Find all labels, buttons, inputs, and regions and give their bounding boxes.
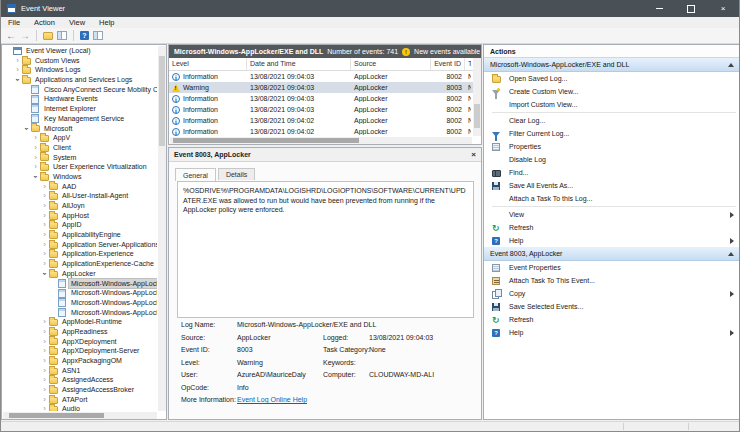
tree-item[interactable]: ›AppModel-Runtime [2,317,157,327]
action-help[interactable]: Help [484,234,740,247]
list-vertical-scrollbar[interactable] [473,58,481,136]
tree-item[interactable]: ›All-User-Install-Agent [2,191,157,201]
tab-general[interactable]: General [175,168,216,181]
tree-item[interactable]: Microsoft-Windows-AppLocke [2,288,157,298]
event-row[interactable]: Information13/08/2021 09:04:03AppLocker8… [169,104,473,115]
back-icon[interactable]: ← [6,31,16,41]
chevron-collapsed-icon[interactable]: › [40,404,49,411]
tree-item[interactable]: ›AssignedAccessBroker [2,385,157,395]
tree-item[interactable]: ›Application Server-Applications [2,240,157,250]
scrollbar-thumb[interactable] [474,104,480,128]
action-clear-log[interactable]: Clear Log... [484,114,740,127]
menu-action[interactable]: Action [34,18,55,27]
collapse-icon[interactable] [728,252,734,256]
chevron-collapsed-icon[interactable]: › [40,375,49,385]
action-create-custom-view[interactable]: Create Custom View... [484,85,740,98]
event-log-online-help-link[interactable]: Event Log Online Help [237,396,307,403]
tree-item[interactable]: ›AppXDeployment [2,337,157,347]
tree-item[interactable]: ›AppLocker [2,269,157,279]
chevron-collapsed-icon[interactable]: › [40,220,49,230]
tree-item[interactable]: ›User Experience Virtualization [2,162,157,172]
show-action-pane-icon[interactable] [93,31,103,40]
chevron-collapsed-icon[interactable]: › [40,317,49,327]
tree-item[interactable]: Microsoft-Windows-AppLocke [2,308,157,318]
action-view[interactable]: View [484,208,740,221]
tree-vertical-scrollbar[interactable] [158,46,166,411]
tree-horizontal-scrollbar[interactable] [3,412,157,419]
tree-item[interactable]: ›Application-Experience [2,249,157,259]
scrollbar-thumb[interactable] [9,413,104,418]
tree-item[interactable]: ›AppxPackagingOM [2,356,157,366]
event-row[interactable]: Information13/08/2021 09:04:03AppLocker8… [169,71,473,82]
actions-section-header[interactable]: Event 8003, AppLocker [484,247,740,261]
tree-item[interactable]: ›AppID [2,220,157,230]
chevron-collapsed-icon[interactable]: › [40,201,49,211]
column-header-event-id[interactable]: Event ID [431,58,465,70]
minimize-button[interactable] [643,0,675,17]
action-disable-log[interactable]: Disable Log [484,153,740,166]
menu-help[interactable]: Help [99,18,114,27]
help-icon[interactable]: ? [80,31,89,40]
list-horizontal-scrollbar[interactable] [170,137,472,144]
tree-item[interactable]: ›Applications and Services Logs [2,75,157,85]
tree-item[interactable]: Event Viewer (Local) [2,46,157,56]
chevron-collapsed-icon[interactable]: › [40,259,49,269]
scrollbar-thumb[interactable] [159,56,165,146]
chevron-collapsed-icon[interactable]: › [13,65,22,75]
tree-item[interactable]: Internet Explorer [2,104,157,114]
column-header-date[interactable]: Date and Time [247,58,351,70]
tree-item[interactable]: Microsoft-Windows-AppLocke [2,279,157,289]
tree-item[interactable]: ›Custom Views [2,56,157,66]
action-refresh[interactable]: Refresh [484,221,740,234]
tree-item[interactable]: ›Windows Logs [2,65,157,75]
action-copy[interactable]: Copy [484,287,740,300]
action-find[interactable]: Find... [484,166,740,179]
tree-item[interactable]: Key Management Service [2,114,157,124]
tree-item[interactable]: ›AppXDeployment-Server [2,346,157,356]
close-button[interactable]: × [707,0,739,17]
tree-item[interactable]: ›AppV [2,133,157,143]
chevron-collapsed-icon[interactable]: › [31,133,40,143]
chevron-collapsed-icon[interactable]: › [40,182,49,192]
chevron-collapsed-icon[interactable]: › [40,356,49,366]
chevron-collapsed-icon[interactable]: › [40,211,49,221]
collapse-icon[interactable] [728,63,734,67]
chevron-collapsed-icon[interactable]: › [40,191,49,201]
tree-item[interactable]: Hardware Events [2,94,157,104]
column-header-level[interactable]: Level [169,58,247,70]
tree-item[interactable]: ›Client [2,143,157,153]
chevron-collapsed-icon[interactable]: › [31,143,40,153]
show-console-tree-icon[interactable] [57,31,67,40]
tree-item[interactable]: Cisco AnyConnect Secure Mobility Client [2,85,157,95]
tree-item[interactable]: ›System [2,153,157,163]
action-save-all-events-as[interactable]: Save All Events As... [484,179,740,192]
tree-item[interactable]: Microsoft-Windows-AppLocke [2,298,157,308]
tree-item[interactable]: ›ASN1 [2,366,157,376]
chevron-collapsed-icon[interactable]: › [40,385,49,395]
event-row[interactable]: Information13/08/2021 09:04:03AppLocker8… [169,93,473,104]
tree-item[interactable]: ›AppReadiness [2,327,157,337]
action-save-selected-events[interactable]: Save Selected Events... [484,300,740,313]
tree-item[interactable]: ›AAD [2,182,157,192]
chevron-collapsed-icon[interactable]: › [31,153,40,163]
tree-item[interactable]: ›ATAPort [2,395,157,405]
tree-item[interactable]: ›AppHost [2,211,157,221]
action-open-saved-log[interactable]: Open Saved Log... [484,72,740,85]
maximize-button[interactable] [675,0,707,17]
event-row[interactable]: Information13/08/2021 09:04:02AppLocker8… [169,126,473,137]
chevron-collapsed-icon[interactable]: › [40,240,49,250]
chevron-expanded-icon[interactable]: › [22,124,32,133]
event-row[interactable]: Warning13/08/2021 09:04:03AppLocker8003N [169,82,473,93]
chevron-collapsed-icon[interactable]: › [40,327,49,337]
action-attach-a-task-to-this-log[interactable]: Attach a Task To this Log... [484,192,740,205]
tab-details[interactable]: Details [218,168,255,180]
chevron-expanded-icon[interactable]: › [13,75,23,84]
scrollbar-thumb[interactable] [173,138,359,143]
forward-icon[interactable]: → [20,31,30,41]
chevron-collapsed-icon[interactable]: › [40,346,49,356]
action-filter-current-log[interactable]: Filter Current Log... [484,127,740,140]
chevron-collapsed-icon[interactable]: › [40,337,49,347]
chevron-collapsed-icon[interactable]: › [13,56,22,66]
chevron-collapsed-icon[interactable]: › [40,230,49,240]
chevron-collapsed-icon[interactable]: › [40,366,49,376]
